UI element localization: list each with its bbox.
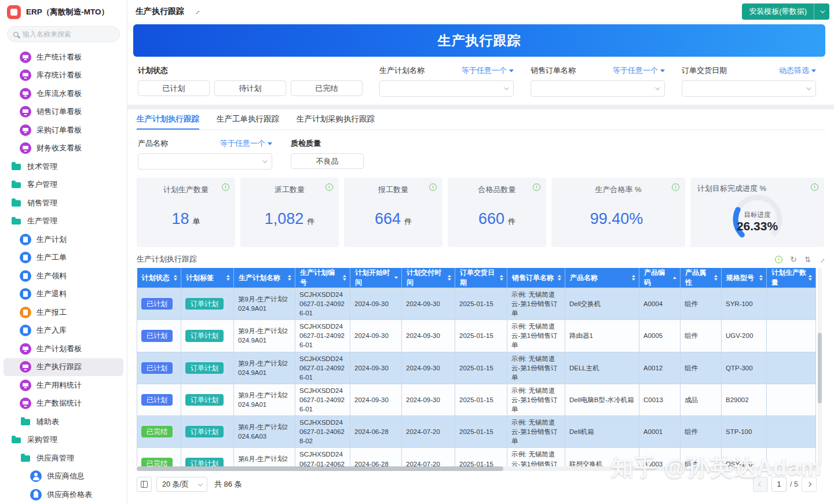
info-icon[interactable]	[775, 256, 782, 263]
product-name-select[interactable]	[138, 153, 272, 170]
table-column-header[interactable]: 计划标签	[181, 268, 234, 288]
fullscreen-icon[interactable]	[818, 255, 825, 264]
search-input[interactable]	[23, 30, 114, 38]
sort-arrows-icon[interactable]	[558, 275, 561, 281]
sort-arrows-icon[interactable]	[394, 277, 398, 279]
sidebar-item[interactable]: 生产退料	[3, 285, 123, 304]
sidebar-item[interactable]: 采购订单看板	[3, 121, 123, 139]
table-column-header[interactable]: 产品属性	[681, 268, 722, 288]
sidebar-item[interactable]: 技术管理	[3, 157, 123, 176]
sidebar-item[interactable]: 库存统计看板	[3, 67, 123, 85]
sidebar-item[interactable]: 客户管理	[3, 176, 123, 194]
table-column-header[interactable]: 订单交货日期	[455, 268, 507, 288]
install-template-caret[interactable]	[814, 3, 829, 20]
sidebar-item[interactable]: 供应商信息	[3, 468, 123, 486]
sort-arrows-icon[interactable]	[632, 275, 635, 281]
table-column-header[interactable]: 规格型号	[722, 268, 767, 288]
sidebar-item[interactable]: 采购管理	[3, 431, 123, 450]
expand-icon[interactable]	[193, 8, 200, 16]
sidebar-item[interactable]: 生产计划	[3, 230, 123, 249]
sort-arrows-icon[interactable]	[288, 275, 291, 281]
sidebar-item[interactable]: 销售订单看板	[3, 103, 123, 122]
delivery-date-select[interactable]	[682, 80, 816, 97]
sidebar-item[interactable]: 生产管理	[3, 212, 123, 231]
vertical-scrollbar[interactable]	[818, 268, 822, 466]
sort-arrows-icon[interactable]	[226, 275, 230, 281]
scrollbar-thumb[interactable]	[137, 466, 503, 471]
next-page-button[interactable]	[802, 477, 817, 492]
table-column-header[interactable]: 产品名称	[565, 268, 639, 288]
sidebar-item[interactable]: 仓库流水看板	[3, 84, 123, 103]
install-template-button[interactable]: 安装模板(带数据)	[742, 3, 829, 20]
sidebar-item[interactable]: 生产统计看板	[3, 48, 123, 67]
sidebar-search[interactable]	[7, 26, 120, 42]
sidebar-item[interactable]: 生产工单	[3, 249, 123, 267]
sidebar-item[interactable]: 辅助表	[3, 413, 123, 431]
refresh-icon[interactable]	[790, 255, 797, 264]
product-name-operator-link[interactable]: 等于任意一个	[220, 138, 272, 149]
sort-arrows-icon[interactable]	[448, 275, 451, 281]
sort-arrows-icon[interactable]	[500, 275, 503, 281]
tracking-tab[interactable]: 生产计划执行跟踪	[137, 109, 199, 130]
table-column-header[interactable]: 生产计划编号	[295, 268, 350, 288]
sort-arrows-icon[interactable]	[174, 275, 177, 281]
sales-order-select[interactable]	[531, 80, 665, 97]
page-size-select[interactable]: 20 条/页	[156, 477, 207, 492]
tracking-tab[interactable]: 生产计划采购执行跟踪	[297, 109, 375, 130]
info-icon[interactable]	[533, 183, 540, 191]
tracking-tab[interactable]: 生产工单执行跟踪	[217, 109, 279, 130]
table-column-header[interactable]: 销售订单名称	[507, 268, 565, 288]
sort-arrows-icon[interactable]	[809, 275, 812, 281]
table-column-header[interactable]: 计划生产数量	[767, 268, 816, 288]
sales-order-operator-link[interactable]: 等于任意一个	[613, 65, 665, 76]
plan-status-option-button[interactable]: 已完结	[291, 80, 363, 96]
sidebar-item[interactable]: 生产数据统计	[3, 395, 123, 413]
table-row[interactable]: 已计划 订单计划 第9月-生产计划2024.9A01 SCJHXSDD24062…	[137, 384, 816, 415]
delivery-date-operator-link[interactable]: 动态筛选	[779, 65, 816, 76]
install-template-label[interactable]: 安装模板(带数据)	[742, 3, 814, 20]
info-icon[interactable]	[672, 183, 679, 191]
defective-option-button[interactable]: 不良品	[291, 153, 364, 169]
sidebar-item[interactable]: 销售管理	[3, 194, 123, 212]
plan-status-option-button[interactable]: 待计划	[214, 80, 286, 96]
sidebar-item-icon	[20, 398, 31, 409]
sort-settings-icon[interactable]	[804, 255, 811, 264]
table-row[interactable]: 已完结 订单计划 第6月-生产计划2024.6A03 SCJHXSDD24062…	[137, 448, 816, 466]
table-row[interactable]: 已计划 订单计划 第9月-生产计划2024.9A01 SCJHXSDD24062…	[137, 320, 816, 352]
sidebar-item[interactable]: 财务收支看板	[3, 139, 123, 158]
prev-page-button[interactable]	[753, 477, 768, 492]
sidebar-item[interactable]: 生产计划看板	[3, 340, 123, 358]
table-column-header[interactable]: 计划交付时间	[402, 268, 455, 288]
sort-arrows-icon[interactable]	[343, 275, 346, 281]
sort-arrows-icon[interactable]	[759, 275, 763, 281]
plan-status-option-button[interactable]: 已计划	[138, 80, 210, 96]
sales-order-cell: 示例: 无锡简道云-第1份销售订单	[507, 384, 565, 415]
info-icon[interactable]	[429, 183, 437, 191]
table-column-header[interactable]: 计划开始时间	[350, 268, 402, 288]
sidebar-item[interactable]: 生产报工	[3, 303, 123, 322]
plan-name-operator-link[interactable]: 等于任意一个	[462, 65, 514, 76]
sidebar-item[interactable]: 供应商价格表	[3, 485, 123, 504]
sort-arrows-icon[interactable]	[673, 277, 676, 279]
page-number-input[interactable]	[771, 477, 787, 492]
sidebar-item[interactable]: 生产入库	[3, 322, 123, 340]
table-row[interactable]: 已完结 订单计划 第6月-生产计划2024.6A03 SCJHXSDD24062…	[137, 416, 816, 448]
table-row[interactable]: 已计划 订单计划 第9月-生产计划2024.9A01 SCJHXSDD24062…	[137, 352, 816, 384]
table-column-header[interactable]: 生产计划名称	[234, 268, 295, 288]
plan-name-select[interactable]	[379, 80, 514, 97]
table-row[interactable]: 已计划 订单计划 第9月-生产计划2024.9A01 SCJHXSDD24062…	[137, 288, 816, 320]
table-column-header[interactable]: 产品编码	[639, 268, 681, 288]
sidebar-item[interactable]: 供应商管理	[3, 449, 123, 468]
info-icon[interactable]	[222, 183, 229, 191]
sort-arrows-icon[interactable]	[714, 275, 718, 281]
table-column-header[interactable]: 计划状态	[137, 268, 181, 288]
horizontal-scrollbar[interactable]	[137, 466, 815, 471]
info-icon[interactable]	[325, 183, 333, 191]
scrollbar-thumb[interactable]	[818, 333, 822, 403]
sidebar-item[interactable]: 生产领料	[3, 267, 123, 285]
column-settings-button[interactable]	[137, 477, 152, 492]
sidebar-item-label: 供应商管理	[36, 453, 74, 463]
info-icon[interactable]	[811, 183, 818, 191]
sidebar-item[interactable]: 生产用料统计	[3, 376, 123, 395]
sidebar-item[interactable]: 生产执行跟踪	[3, 358, 123, 377]
